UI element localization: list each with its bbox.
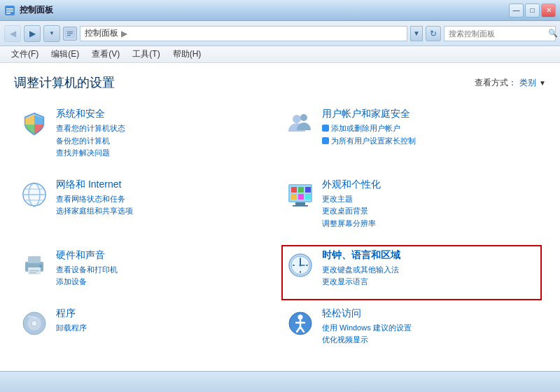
svg-point-8 (293, 115, 301, 123)
clock-region-link-2[interactable]: 更改显示语言 (322, 276, 400, 288)
page-title: 调整计算机的设置 (14, 74, 115, 91)
appearance-link-2[interactable]: 更改桌面背景 (322, 205, 381, 217)
hardware-info: 硬件和声音 查看设备和打印机 添加设备 (56, 249, 118, 288)
view-value[interactable]: 类别 (519, 77, 536, 89)
user-accounts-title[interactable]: 用户帐户和家庭安全 (322, 108, 416, 120)
categories-grid: 系统和安全 查看您的计算机状态 备份您的计算机 查找并解决问题 用户帐户和家庭安… (14, 102, 546, 360)
recent-pages-button[interactable]: ▼ (43, 25, 60, 42)
menu-tools[interactable]: 工具(T) (127, 47, 165, 62)
system-security-info: 系统和安全 查看您的计算机状态 备份您的计算机 查找并解决问题 (56, 108, 125, 159)
user-accounts-link-1[interactable]: 添加或删除用户帐户 (322, 122, 416, 134)
category-ease-access[interactable]: 轻松访问 使用 Windows 建议的设置 优化视频显示 (280, 302, 546, 360)
network-icon (20, 180, 49, 209)
title-bar-left: 控制面板 (4, 4, 53, 16)
svg-rect-22 (298, 194, 304, 200)
back-button[interactable]: ◀ (4, 25, 21, 42)
search-icon[interactable]: 🔍 (548, 29, 558, 38)
clock-region-link-1[interactable]: 更改键盘或其他输入法 (322, 264, 400, 276)
view-dropdown-icon[interactable]: ▼ (539, 79, 546, 87)
appearance-link-3[interactable]: 调整屏幕分辨率 (322, 218, 381, 230)
svg-rect-6 (67, 33, 73, 34)
view-label: 查看方式： (475, 77, 517, 89)
search-input[interactable] (449, 29, 545, 38)
svg-point-40 (300, 264, 302, 266)
close-button[interactable]: ✕ (541, 4, 556, 18)
system-security-link-2[interactable]: 备份您的计算机 (56, 135, 125, 147)
clock-region-icon (286, 251, 315, 280)
path-text: 控制面板 (85, 27, 118, 39)
category-programs[interactable]: 程序 卸载程序 (14, 302, 280, 360)
svg-rect-21 (291, 194, 297, 200)
appearance-icon (286, 180, 315, 209)
hardware-title[interactable]: 硬件和声音 (56, 249, 118, 262)
ease-access-title[interactable]: 轻松访问 (322, 307, 412, 320)
minimize-button[interactable]: — (509, 4, 524, 18)
path-separator: ▶ (121, 29, 127, 38)
menu-bar: 文件(F) 编辑(E) 查看(V) 工具(T) 帮助(H) (0, 46, 560, 63)
highlight-border (281, 245, 542, 300)
address-dropdown-button[interactable]: ▼ (410, 26, 423, 41)
page-title-row: 调整计算机的设置 查看方式： 类别 ▼ (14, 74, 546, 91)
address-bar: ◀ ▶ ▼ 控制面板 ▶ ▼ ↻ 🔍 (0, 21, 560, 46)
category-appearance[interactable]: 外观和个性化 更改主题 更改桌面背景 调整屏幕分辨率 (280, 173, 546, 244)
network-link-1[interactable]: 查看网络状态和任务 (56, 193, 133, 205)
status-bar (0, 371, 560, 392)
svg-point-9 (300, 114, 307, 121)
programs-link-1[interactable]: 卸载程序 (56, 322, 87, 334)
system-security-title[interactable]: 系统和安全 (56, 108, 125, 120)
programs-title[interactable]: 程序 (56, 307, 87, 320)
svg-rect-20 (305, 187, 311, 192)
category-system-security[interactable]: 系统和安全 查看您的计算机状态 备份您的计算机 查找并解决问题 (14, 102, 280, 173)
menu-view[interactable]: 查看(V) (86, 47, 125, 62)
svg-point-45 (298, 314, 303, 319)
menu-file[interactable]: 文件(F) (6, 47, 44, 62)
category-network[interactable]: 网络和 Internet 查看网络状态和任务 选择家庭组和共享选项 (14, 173, 280, 244)
user-accounts-info: 用户帐户和家庭安全 添加或删除用户帐户 为所有用户设置家长控制 (322, 108, 416, 146)
hardware-link-2[interactable]: 添加设备 (56, 276, 118, 288)
menu-help[interactable]: 帮助(H) (167, 47, 207, 62)
svg-rect-7 (67, 35, 71, 36)
address-icon (63, 27, 77, 41)
svg-rect-3 (6, 13, 10, 14)
system-security-icon (20, 109, 49, 139)
svg-point-31 (39, 265, 42, 267)
svg-rect-27 (28, 256, 41, 263)
svg-rect-29 (29, 270, 39, 272)
ease-access-icon (286, 309, 315, 338)
svg-point-15 (23, 183, 46, 206)
svg-rect-24 (295, 202, 305, 205)
view-options: 查看方式： 类别 ▼ (475, 77, 546, 89)
appearance-title[interactable]: 外观和个性化 (322, 178, 381, 191)
ease-access-link-1[interactable]: 使用 Windows 建议的设置 (322, 322, 412, 334)
refresh-button[interactable]: ↻ (426, 26, 441, 41)
system-security-link-3[interactable]: 查找并解决问题 (56, 147, 125, 159)
maximize-button[interactable]: □ (525, 4, 540, 18)
svg-rect-25 (293, 205, 308, 206)
title-bar: 控制面板 — □ ✕ (0, 0, 560, 21)
shield-icon-1 (322, 125, 329, 132)
svg-rect-2 (6, 10, 13, 12)
system-security-link-1[interactable]: 查看您的计算机状态 (56, 122, 125, 134)
forward-button[interactable]: ▶ (24, 25, 41, 42)
network-link-2[interactable]: 选择家庭组和共享选项 (56, 205, 133, 217)
category-user-accounts[interactable]: 用户帐户和家庭安全 添加或删除用户帐户 为所有用户设置家长控制 (280, 102, 546, 173)
network-title[interactable]: 网络和 Internet (56, 178, 133, 191)
category-hardware[interactable]: 硬件和声音 查看设备和打印机 添加设备 (14, 244, 280, 302)
programs-icon (20, 309, 49, 338)
address-path[interactable]: 控制面板 ▶ (80, 26, 407, 41)
svg-rect-5 (67, 31, 73, 32)
appearance-info: 外观和个性化 更改主题 更改桌面背景 调整屏幕分辨率 (322, 178, 381, 230)
hardware-link-1[interactable]: 查看设备和打印机 (56, 264, 118, 276)
title-text: 控制面板 (20, 4, 53, 16)
hardware-icon (20, 251, 49, 280)
clock-region-title[interactable]: 时钟、语言和区域 (322, 249, 400, 262)
category-clock-region[interactable]: 时钟、语言和区域 更改键盘或其他输入法 更改显示语言 (280, 244, 546, 302)
svg-point-43 (31, 321, 37, 326)
user-accounts-link-2[interactable]: 为所有用户设置家长控制 (322, 135, 416, 147)
menu-edit[interactable]: 编辑(E) (46, 47, 85, 62)
appearance-link-1[interactable]: 更改主题 (322, 193, 381, 205)
network-info: 网络和 Internet 查看网络状态和任务 选择家庭组和共享选项 (56, 178, 133, 217)
search-box: 🔍 (444, 26, 556, 41)
title-controls: — □ ✕ (509, 4, 556, 18)
ease-access-link-2[interactable]: 优化视频显示 (322, 334, 412, 346)
